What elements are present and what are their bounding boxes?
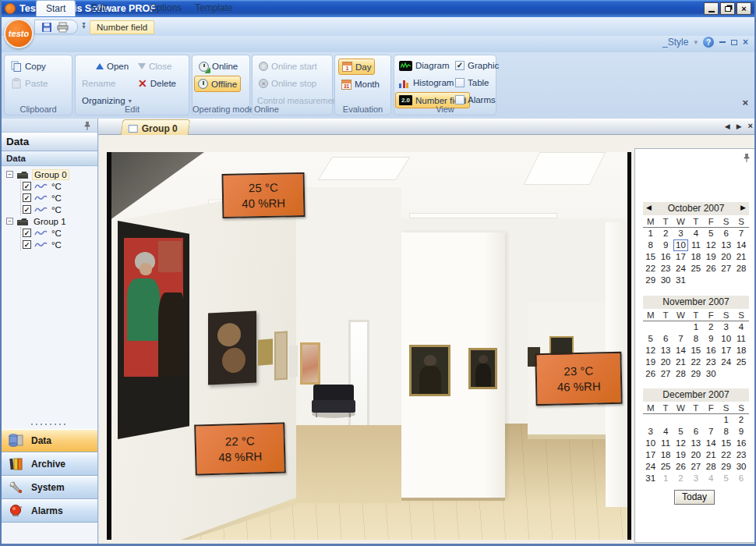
calendar-day[interactable]: 20 — [719, 251, 733, 263]
tree-channel[interactable]: ✓°C — [23, 180, 97, 192]
restore-button[interactable] — [720, 2, 735, 15]
calendar-day[interactable]: 18 — [658, 449, 673, 461]
calendar-day[interactable]: 18 — [688, 251, 703, 263]
save-icon[interactable] — [41, 22, 52, 33]
calendar-day[interactable]: 28 — [733, 263, 748, 275]
checkbox-checked-icon[interactable]: ✓ — [23, 182, 31, 190]
calendar-day[interactable]: 26 — [704, 263, 719, 275]
calendar-day[interactable]: 15 — [688, 345, 703, 356]
offline-button[interactable]: Offline — [194, 76, 241, 92]
histogram-button[interactable]: Histogram — [396, 75, 457, 90]
tab-next-icon[interactable]: ▶ — [737, 121, 742, 130]
tree-group[interactable]: −Group 1 — [3, 215, 97, 227]
calendar-day[interactable]: 23 — [733, 449, 748, 461]
tree-channel[interactable]: ✓°C — [23, 227, 97, 239]
pin-icon[interactable] — [83, 121, 91, 131]
calendar-prev-icon[interactable]: ◀ — [646, 204, 652, 211]
tree-channel[interactable]: ✓°C — [23, 192, 97, 204]
sidebar-item-system[interactable]: System — [2, 476, 97, 499]
calendar-day[interactable]: 17 — [719, 345, 733, 356]
calendar-day[interactable]: 25 — [733, 356, 748, 368]
calendar-day[interactable]: 15 — [719, 438, 733, 449]
tab-prev-icon[interactable]: ◀ — [725, 121, 730, 130]
calendar-day[interactable]: 27 — [688, 461, 703, 473]
calendar-day[interactable]: 4 — [733, 321, 748, 333]
sidebar-item-alarms[interactable]: Alarms — [2, 499, 97, 523]
calendar-day[interactable]: 26 — [673, 461, 688, 473]
calendar-day[interactable]: 12 — [704, 239, 719, 251]
calendar-day[interactable]: 17 — [643, 449, 658, 461]
month-button[interactable]: 31 Month — [338, 76, 383, 92]
calendar-day[interactable]: 11 — [688, 239, 703, 251]
close-button[interactable]: × — [737, 2, 751, 15]
collapse-icon[interactable]: − — [6, 218, 13, 225]
online-button[interactable]: Online — [196, 58, 241, 74]
calendar-day[interactable]: 18 — [733, 345, 748, 356]
today-button[interactable]: Today — [674, 490, 715, 505]
calendar-day[interactable]: 21 — [733, 251, 748, 263]
calendar-day[interactable]: 24 — [719, 356, 733, 368]
help-icon[interactable]: ? — [703, 37, 714, 48]
calendar-day[interactable]: 5 — [673, 426, 688, 438]
close-group-button[interactable]: Close — [135, 58, 175, 74]
calendar-day[interactable]: 1 — [719, 414, 733, 426]
tab-close-icon[interactable]: × — [748, 121, 753, 130]
ribbon-close-icon[interactable]: × — [742, 97, 748, 108]
calendar-day[interactable]: 6 — [688, 426, 703, 438]
calendar-day[interactable]: 13 — [719, 239, 733, 251]
pane-minimize-icon[interactable] — [719, 41, 726, 43]
calendar-day[interactable]: 28 — [704, 461, 719, 473]
calendar-day[interactable]: 12 — [643, 345, 658, 356]
splitter-handle[interactable] — [30, 423, 69, 426]
calendar-day[interactable]: 4 — [704, 473, 719, 484]
calendar-day[interactable]: 6 — [658, 333, 673, 345]
calendar-day[interactable]: 8 — [719, 426, 733, 438]
tab-start[interactable]: Start — [36, 0, 76, 16]
calendar-day[interactable]: 7 — [673, 333, 688, 345]
calendar-day[interactable]: 1 — [688, 321, 703, 333]
calendar-day[interactable]: 12 — [673, 438, 688, 449]
calendar-day[interactable]: 1 — [658, 473, 673, 484]
document-tab-group0[interactable]: Group 0 — [121, 119, 191, 135]
sensor-label-3[interactable]: 22 °C 48 %RH — [194, 422, 286, 475]
calendar-day[interactable]: 30 — [704, 368, 719, 380]
calendar-day[interactable]: 30 — [733, 461, 748, 473]
calendar-day[interactable]: 21 — [704, 449, 719, 461]
calendar-day[interactable]: 6 — [733, 473, 748, 484]
sidebar-item-archive[interactable]: Archive — [2, 452, 97, 476]
tree-channel[interactable]: ✓°C — [23, 239, 97, 250]
tab-template[interactable]: Template — [185, 0, 242, 16]
calendar-day[interactable]: 2 — [733, 414, 748, 426]
diagram-button[interactable]: Diagram — [396, 58, 452, 73]
calendar-day[interactable]: 29 — [719, 461, 733, 473]
print-icon[interactable] — [57, 22, 69, 33]
open-button[interactable]: Open — [93, 58, 132, 74]
pane-restore-icon[interactable] — [731, 40, 737, 45]
calendar-day[interactable]: 16 — [733, 438, 748, 449]
calendar-day[interactable]: 3 — [673, 228, 688, 239]
testo-logo[interactable]: testo — [4, 19, 34, 48]
calendar-day[interactable]: 21 — [673, 356, 688, 368]
calendar-day[interactable]: 31 — [673, 275, 688, 286]
calendar-day[interactable]: 5 — [643, 333, 658, 345]
calendar-day[interactable]: 10 — [643, 438, 658, 449]
calendar-day[interactable]: 15 — [643, 251, 658, 263]
calendar-day[interactable]: 26 — [643, 368, 658, 380]
calendar-day[interactable]: 6 — [719, 228, 733, 239]
calendar-day[interactable]: 3 — [719, 321, 733, 333]
calendar-day[interactable]: 5 — [704, 228, 719, 239]
graphic-checkbox[interactable]: ✓ Graphic — [452, 58, 502, 73]
calendar-day[interactable]: 7 — [704, 426, 719, 438]
pin-icon[interactable] — [743, 153, 751, 163]
calendar-day[interactable]: 17 — [673, 251, 688, 263]
copy-button[interactable]: Copy — [8, 58, 49, 74]
calendar-day[interactable]: 24 — [673, 263, 688, 275]
paste-button[interactable]: Paste — [8, 76, 51, 91]
calendar-day[interactable]: 19 — [704, 251, 719, 263]
calendar-next-icon[interactable]: ▶ — [740, 204, 746, 211]
calendar-day[interactable]: 30 — [658, 275, 673, 286]
style-dropdown-icon[interactable]: ▾ — [694, 38, 698, 46]
calendar-day[interactable]: 9 — [733, 426, 748, 438]
calendar-day[interactable]: 23 — [658, 263, 673, 275]
checkbox-checked-icon[interactable]: ✓ — [23, 193, 31, 202]
